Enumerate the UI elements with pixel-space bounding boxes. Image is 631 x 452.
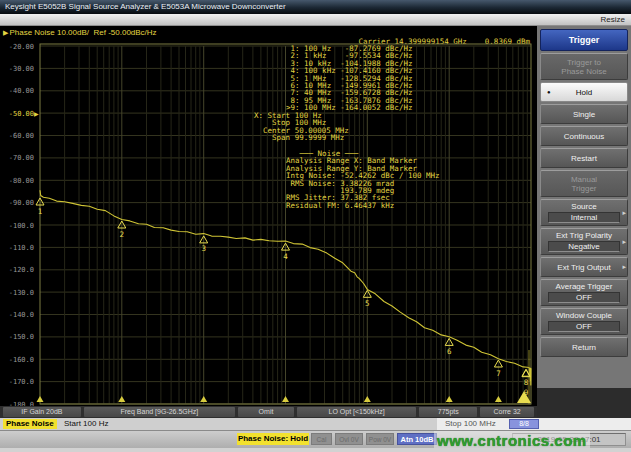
status-segment: 775pts bbox=[419, 407, 477, 417]
resize-button[interactable]: Resize bbox=[601, 15, 625, 24]
marker-table: 1: 100 Hz -87.2769 dBc/Hz 2: 1 kHz -97.5… bbox=[286, 45, 412, 112]
status-segment: Omit bbox=[238, 407, 294, 417]
y-axis-tick: -70.00 bbox=[2, 154, 34, 162]
sidebar-button-label: Ext Trig Output bbox=[541, 263, 627, 272]
y-axis-tick: -100.0 bbox=[2, 222, 34, 230]
active-trace-chip[interactable]: Phase Noise bbox=[3, 419, 57, 429]
svg-text:6: 6 bbox=[447, 347, 452, 356]
sidebar-button-ext-trig-polarity[interactable]: Ext Trig PolarityNegative▸ bbox=[540, 228, 628, 255]
status-chip-atn-10db[interactable]: Atn 10dB bbox=[397, 433, 437, 445]
y-axis-tick: -160.0 bbox=[2, 356, 34, 364]
trace-scale: 10.00dB/ bbox=[57, 28, 89, 37]
window-title: Keysight E5052B Signal Source Analyzer &… bbox=[5, 2, 286, 11]
y-axis-tick: -120.0 bbox=[2, 266, 34, 274]
start-frequency-label: Start 100 Hz bbox=[64, 419, 108, 429]
sidebar-button-label: Phase Noise bbox=[541, 67, 627, 76]
sidebar-button-manual: ManualTrigger bbox=[540, 170, 628, 197]
sidebar-button-continuous[interactable]: Continuous bbox=[540, 126, 628, 146]
status-chip-cal: Cal bbox=[311, 433, 332, 445]
sidebar-button-average-trigger[interactable]: Average TriggerOFF bbox=[540, 279, 628, 306]
svg-text:7: 7 bbox=[496, 369, 501, 378]
phase-noise-plot: 123456789 bbox=[0, 26, 537, 406]
sidebar-button-label: Trigger to bbox=[541, 58, 627, 67]
sidebar-button-label: Average Trigger bbox=[541, 282, 627, 291]
trace-label: Phase Noise bbox=[9, 28, 54, 37]
submenu-arrow-icon: ▸ bbox=[622, 209, 626, 217]
window-menu-bar: Resize bbox=[0, 14, 631, 26]
sidebar-button-window-couple[interactable]: Window CoupleOFF bbox=[540, 308, 628, 335]
trace-ref: Ref -50.00dBc/Hz bbox=[93, 28, 156, 37]
y-axis-tick: -130.0 bbox=[2, 289, 34, 297]
y-axis-tick: -40.00 bbox=[2, 87, 34, 95]
y-axis-tick: -90.00 bbox=[2, 199, 34, 207]
sidebar-button-label: Return bbox=[541, 343, 627, 352]
y-axis-tick: -80.00 bbox=[2, 177, 34, 185]
svg-text:1: 1 bbox=[38, 207, 43, 216]
stop-frequency-label: Stop 100 MHz bbox=[445, 419, 496, 429]
sidebar-button-label: Trigger bbox=[541, 184, 627, 193]
sidebar-button-label: Source bbox=[541, 202, 627, 211]
y-axis-tick: -60.00 bbox=[2, 132, 34, 140]
trace-header: ▶Phase Noise 10.00dB/ Ref -50.00dBc/Hz bbox=[3, 28, 157, 37]
status-chip-phase-noise-hold[interactable]: Phase Noise: Hold bbox=[237, 433, 309, 445]
status-chip-ovl-0v: Ovl 0V bbox=[335, 433, 363, 445]
status-chip-pow-0v: Pow 0V bbox=[366, 433, 394, 445]
sidebar-button-label: Ext Trig Polarity bbox=[541, 231, 627, 240]
ref-level-arrow-icon: ▶ bbox=[34, 110, 39, 117]
sidebar-button-label: Hold bbox=[541, 88, 627, 97]
trace-status-right: Stop 100 MHz 8/8 bbox=[437, 418, 631, 430]
status-segment: IF Gain 20dB bbox=[3, 407, 81, 417]
menu-filler bbox=[537, 388, 631, 418]
sidebar-button-label: Continuous bbox=[541, 132, 627, 141]
submenu-arrow-icon: ▸ bbox=[622, 238, 626, 246]
y-axis-tick: -50.00 bbox=[2, 110, 34, 118]
svg-text:2: 2 bbox=[120, 230, 125, 239]
sidebar-button-label: Restart bbox=[541, 154, 627, 163]
x-axis-info: X: Start 100 Hz Stop 100 MHz Center 50.0… bbox=[254, 112, 349, 142]
svg-text:5: 5 bbox=[365, 299, 370, 308]
sidebar-button-return[interactable]: Return bbox=[540, 337, 628, 357]
svg-text:9: 9 bbox=[524, 388, 529, 397]
sidebar-button-label: Single bbox=[541, 110, 627, 119]
sidebar-button-value: Internal bbox=[548, 212, 620, 223]
y-axis-tick: -30.00 bbox=[2, 65, 34, 73]
trace-arrow-icon: ▶ bbox=[3, 29, 8, 36]
sidebar-button-hold[interactable]: Hold● bbox=[540, 82, 628, 102]
svg-text:8: 8 bbox=[524, 378, 529, 387]
sidebar-button-value: Negative bbox=[548, 241, 620, 252]
svg-text:3: 3 bbox=[201, 244, 206, 253]
selected-bullet-icon: ● bbox=[547, 89, 551, 95]
status-segment: LO Opt [<150kHz] bbox=[297, 407, 417, 417]
sidebar-button-source[interactable]: SourceInternal▸ bbox=[540, 199, 628, 226]
y-axis-tick: -170.0 bbox=[2, 378, 34, 386]
sidebar-button-value: OFF bbox=[548, 292, 620, 303]
softkey-menu: Trigger Trigger toPhase NoiseHold●Single… bbox=[537, 26, 631, 418]
app-window: { "window": { "title": "Keysight E5052B … bbox=[0, 0, 631, 452]
y-axis-tick: -140.0 bbox=[2, 311, 34, 319]
sidebar-button-restart[interactable]: Restart bbox=[540, 148, 628, 168]
carrier-power: 0.8369 dBm bbox=[485, 37, 530, 46]
menu-title: Trigger bbox=[540, 29, 628, 51]
system-status-bar: 2019-05-28 17:01 Phase Noise: HoldCalOvl… bbox=[0, 430, 631, 448]
window-title-bar[interactable]: Keysight E5052B Signal Source Analyzer &… bbox=[0, 0, 631, 14]
marker-count-badge: 8/8 bbox=[509, 419, 539, 429]
y-axis-tick: -20.00 bbox=[2, 43, 34, 51]
svg-text:4: 4 bbox=[283, 252, 288, 261]
sidebar-button-label: Manual bbox=[541, 175, 627, 184]
status-segment: Freq Band [9G-26.5GHz] bbox=[84, 407, 235, 417]
sidebar-button-single[interactable]: Single bbox=[540, 104, 628, 124]
noise-analysis-info: ─── Noise ─── Analysis Range X: Band Mar… bbox=[286, 150, 440, 209]
measurement-status-strip: IF Gain 20dBFreq Band [9G-26.5GHz]OmitLO… bbox=[0, 406, 537, 418]
sidebar-button-ext-trig-output[interactable]: Ext Trig Output▸ bbox=[540, 257, 628, 277]
submenu-arrow-icon: ▸ bbox=[622, 263, 626, 271]
sidebar-button-value: OFF bbox=[548, 321, 620, 332]
status-segment: Corre 32 bbox=[480, 407, 534, 417]
y-axis-tick: -110.0 bbox=[2, 244, 34, 252]
window-frame-bottom bbox=[0, 448, 631, 452]
trace-status-strip: Stop 100 MHz 8/8 Phase Noise Start 100 H… bbox=[0, 418, 631, 430]
y-axis-tick: -150.0 bbox=[2, 333, 34, 341]
instrument-screen: ▶Phase Noise 10.00dB/ Ref -50.00dBc/Hz C… bbox=[0, 26, 537, 406]
sidebar-button-trigger-to: Trigger toPhase Noise bbox=[540, 53, 628, 80]
sidebar-button-label: Window Couple bbox=[541, 311, 627, 320]
